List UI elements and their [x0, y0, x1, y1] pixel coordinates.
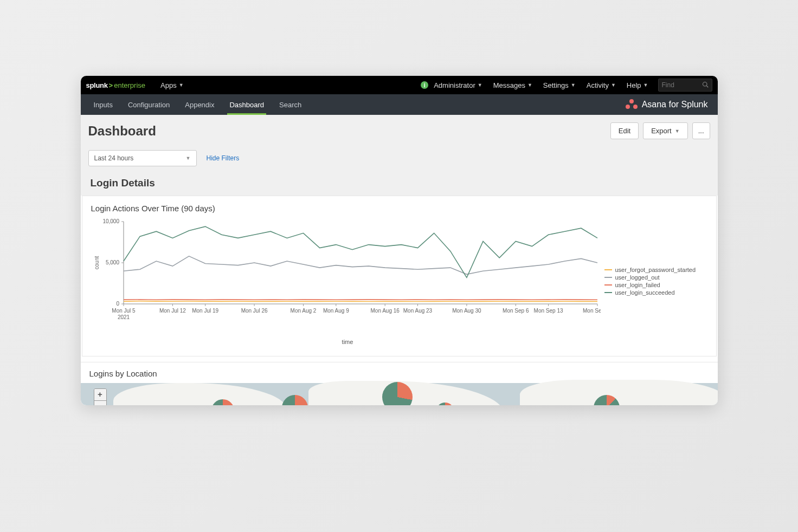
svg-text:0: 0	[116, 301, 119, 307]
status-ok-icon: i	[421, 81, 428, 89]
timerange-value: Last 24 hours	[94, 154, 134, 162]
app-brand: Asana for Splunk	[626, 94, 712, 115]
svg-point-0	[703, 82, 707, 86]
caret-down-icon: ▼	[186, 155, 191, 161]
x-axis-label: time	[91, 339, 604, 345]
page-title: Dashboard	[88, 124, 156, 139]
legend-label: user_login_failed	[615, 282, 660, 288]
svg-text:count: count	[94, 256, 100, 270]
help-menu[interactable]: Help ▼	[621, 81, 654, 89]
caret-down-icon: ▼	[611, 82, 616, 88]
login-chart-panel: Login Actions Over Time (90 days) 05,000…	[82, 196, 717, 356]
caret-down-icon: ▼	[571, 82, 576, 88]
activity-menu[interactable]: Activity ▼	[581, 81, 621, 89]
settings-label: Settings	[543, 81, 569, 89]
hide-filters-link[interactable]: Hide Filters	[207, 154, 240, 162]
svg-text:Mon Sep 6: Mon Sep 6	[503, 308, 529, 314]
svg-text:Mon Aug 30: Mon Aug 30	[452, 308, 481, 314]
filter-row: Last 24 hours ▼ Hide Filters	[81, 145, 718, 175]
nav-tab-inputs[interactable]: Inputs	[86, 94, 120, 115]
caret-down-icon: ▼	[478, 82, 482, 88]
legend-swatch	[604, 292, 612, 293]
chart-title: Login Actions Over Time (90 days)	[91, 204, 707, 213]
admin-menu[interactable]: i Administrator ▼	[415, 81, 488, 89]
map-pie-na-east[interactable]	[282, 395, 308, 405]
line-chart: 05,00010,000countMon Jul 52021Mon Jul 12…	[91, 217, 601, 326]
caret-down-icon: ▼	[179, 82, 184, 88]
svg-text:Mon Aug 9: Mon Aug 9	[323, 308, 349, 314]
legend-label: user_logged_out	[615, 274, 660, 281]
chart-area[interactable]: 05,00010,000countMon Jul 52021Mon Jul 12…	[91, 217, 604, 345]
brand-suffix: enterprise	[114, 81, 145, 89]
legend-item[interactable]: user_logged_out	[604, 274, 707, 281]
svg-text:Mon Jul 19: Mon Jul 19	[192, 308, 218, 314]
svg-text:Mon Aug 2: Mon Aug 2	[290, 308, 316, 314]
edit-button[interactable]: Edit	[610, 122, 639, 139]
caret-down-icon: ▼	[527, 82, 532, 88]
admin-label: Administrator	[434, 81, 475, 89]
edit-button-label: Edit	[619, 127, 630, 135]
settings-menu[interactable]: Settings ▼	[538, 81, 581, 89]
nav-tab-dashboard[interactable]: Dashboard	[222, 94, 272, 115]
apps-menu[interactable]: Apps ▼	[155, 81, 189, 89]
legend-label: user_login_succeeded	[615, 289, 675, 296]
timerange-dropdown[interactable]: Last 24 hours ▼	[88, 150, 197, 166]
svg-text:Mon Jul 5: Mon Jul 5	[112, 308, 136, 314]
asana-logo-icon	[626, 99, 638, 111]
messages-menu[interactable]: Messages ▼	[488, 81, 538, 89]
export-button[interactable]: Export ▼	[643, 122, 688, 139]
app-window: splunk > enterprise Apps ▼ i Administrat…	[81, 76, 718, 405]
messages-label: Messages	[493, 81, 525, 89]
map-panel: Logins by Location + −	[81, 362, 718, 405]
nav-tab-label: Dashboard	[229, 101, 264, 109]
legend-item[interactable]: user_forgot_password_started	[604, 267, 707, 273]
topbar: splunk > enterprise Apps ▼ i Administrat…	[81, 76, 718, 94]
nav-tab-label: Inputs	[94, 101, 113, 109]
section-title: Login Details	[81, 175, 718, 196]
svg-text:Mon Sep 13: Mon Sep 13	[533, 308, 563, 314]
legend-item[interactable]: user_login_failed	[604, 282, 707, 288]
global-search[interactable]	[658, 79, 712, 92]
more-button[interactable]: ...	[692, 122, 710, 139]
svg-text:Mon Sep 20: Mon Sep 20	[583, 308, 601, 314]
chart-legend: user_forgot_password_starteduser_logged_…	[604, 217, 707, 345]
brand-logo[interactable]: splunk > enterprise	[86, 81, 146, 89]
help-label: Help	[627, 81, 641, 89]
nav-tab-label: Search	[279, 101, 301, 109]
apps-label: Apps	[160, 81, 177, 89]
svg-text:2021: 2021	[117, 314, 130, 320]
svg-text:Mon Jul 12: Mon Jul 12	[159, 308, 185, 314]
brand-name: splunk	[86, 81, 108, 89]
nav-tab-label: Appendix	[185, 101, 214, 109]
svg-text:Mon Jul 26: Mon Jul 26	[241, 308, 267, 314]
legend-label: user_forgot_password_started	[615, 267, 696, 273]
caret-down-icon: ▼	[675, 128, 680, 134]
search-icon	[702, 81, 709, 89]
nav-tab-search[interactable]: Search	[272, 94, 309, 115]
legend-swatch	[604, 269, 612, 270]
page-header: Dashboard Edit Export ▼ ...	[81, 115, 718, 145]
legend-swatch	[604, 284, 612, 286]
svg-text:Mon Aug 16: Mon Aug 16	[370, 308, 400, 314]
legend-swatch	[604, 277, 612, 278]
nav-tab-label: Configuration	[128, 101, 170, 109]
more-button-label: ...	[698, 127, 704, 135]
activity-label: Activity	[587, 81, 609, 89]
export-button-label: Export	[651, 127, 672, 135]
svg-text:10,000: 10,000	[102, 218, 119, 224]
brand-separator-icon: >	[109, 81, 113, 89]
caret-down-icon: ▼	[643, 82, 648, 88]
svg-line-1	[706, 86, 708, 87]
app-brand-name: Asana for Splunk	[642, 100, 708, 109]
legend-item[interactable]: user_login_succeeded	[604, 289, 707, 296]
search-input[interactable]	[662, 81, 702, 89]
map-title: Logins by Location	[89, 369, 709, 378]
map-background[interactable]	[81, 383, 718, 405]
nav-tab-appendix[interactable]: Appendix	[177, 94, 222, 115]
svg-text:Mon Aug 23: Mon Aug 23	[403, 308, 432, 314]
zoom-out-button[interactable]: −	[94, 401, 106, 405]
zoom-in-button[interactable]: +	[94, 389, 106, 401]
svg-text:5,000: 5,000	[105, 259, 119, 265]
nav-tab-configuration[interactable]: Configuration	[120, 94, 177, 115]
navbar: Inputs Configuration Appendix Dashboard …	[81, 94, 718, 115]
